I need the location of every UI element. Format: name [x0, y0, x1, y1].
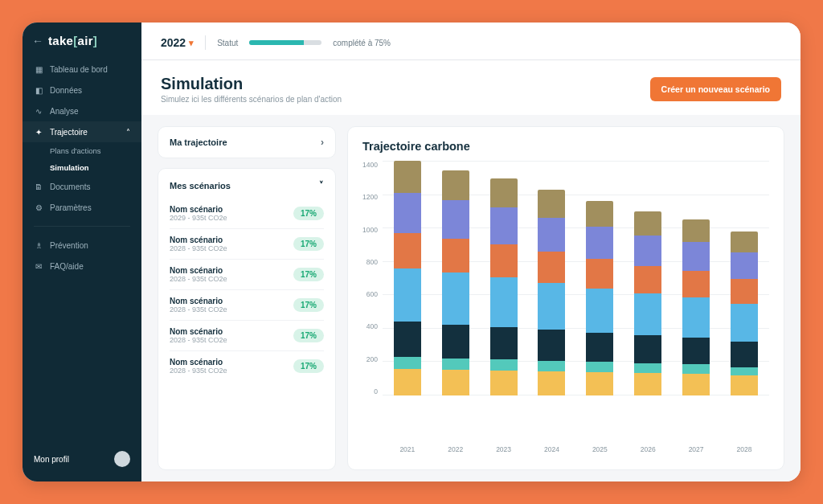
trajectoire-card[interactable]: Ma trajectoire ›: [158, 126, 336, 158]
chevron-down-icon: ▾: [189, 38, 194, 48]
page-subtitle: Simulez ici les différents scénarios de …: [161, 95, 342, 104]
scenarios-card: Mes scénarios ˅ Nom scénario2029 - 935t …: [158, 168, 336, 470]
bar: [586, 201, 613, 395]
scenario-row[interactable]: Nom scénario2028 - 935t CO2e17%: [170, 350, 324, 381]
scenario-sub: 2028 - 935t CO2e: [170, 336, 227, 344]
scenario-row[interactable]: Nom scénario2028 - 935t CO2e17%: [170, 259, 324, 289]
help-icon: ✉: [34, 261, 43, 271]
divider: [34, 226, 130, 227]
scenario-sub: 2028 - 935t CO2e: [170, 275, 227, 283]
scenario-name: Nom scénario: [170, 297, 227, 305]
scenario-row[interactable]: Nom scénario2028 - 935t CO2e17%: [170, 320, 324, 350]
bar: [682, 219, 710, 395]
back-icon[interactable]: ←: [32, 35, 43, 47]
scenario-sub: 2029 - 935t CO2e: [170, 214, 227, 222]
profile-link[interactable]: Mon profil: [23, 445, 141, 473]
subnav-simulation[interactable]: Simulation: [50, 159, 141, 176]
scenario-badge: 17%: [293, 268, 324, 281]
scenario-sub: 2028 - 935t CO2e: [170, 367, 227, 375]
chart: 1400120010008006004002000 20212022202320…: [362, 161, 769, 457]
chart-title: Trajectoire carbone: [362, 140, 769, 153]
scenario-name: Nom scénario: [170, 327, 227, 336]
scenario-row[interactable]: Nom scénario2028 - 935t CO2e17%: [170, 289, 324, 320]
page-title: Simulation: [161, 75, 342, 93]
chevron-up-icon: ˄: [126, 128, 130, 137]
sidebar: ← take[air] ▦Tableau de bord ◧Données ∿A…: [23, 23, 141, 481]
separator: [205, 35, 206, 50]
bar: [442, 170, 469, 395]
shield-icon: ♗: [34, 240, 43, 250]
scenario-badge: 17%: [293, 298, 324, 312]
scenario-sub: 2028 - 935t CO2e: [170, 305, 227, 313]
statut-label: Statut: [217, 39, 238, 47]
scenario-badge: 17%: [293, 237, 324, 251]
scenario-badge: 17%: [293, 329, 324, 342]
logo[interactable]: ← take[air]: [23, 34, 141, 59]
panel-left: Ma trajectoire › Mes scénarios ˅ Nom scé…: [158, 126, 336, 470]
bar: [731, 232, 758, 395]
sidebar-item-donnees[interactable]: ◧Données: [23, 80, 141, 100]
scenario-name: Nom scénario: [170, 266, 227, 275]
nav-primary-2: 🗎Documents ⚙Paramètres: [23, 176, 141, 218]
data-icon: ◧: [34, 85, 43, 95]
sidebar-item-dashboard[interactable]: ▦Tableau de bord: [23, 59, 141, 80]
bar: [394, 161, 421, 395]
sidebar-item-analyse[interactable]: ∿Analyse: [23, 100, 141, 121]
nav-secondary: ♗Prévention ✉FAQ/aide: [23, 235, 141, 277]
trajectoire-label: Ma trajectoire: [170, 137, 227, 147]
scenario-name: Nom scénario: [170, 236, 227, 244]
content: Ma trajectoire › Mes scénarios ˅ Nom scé…: [141, 115, 800, 481]
sidebar-item-trajectoire[interactable]: ✦Trajectoire˄: [23, 121, 141, 142]
bar: [538, 190, 565, 395]
progress-bar: [249, 40, 321, 45]
nav-primary: ▦Tableau de bord ◧Données ∿Analyse ✦Traj…: [23, 59, 141, 142]
scenario-name: Nom scénario: [170, 205, 227, 214]
chart-panel: Trajectoire carbone 14001200100080060040…: [347, 126, 784, 470]
scenario-row[interactable]: Nom scénario2029 - 935t CO2e17%: [170, 199, 324, 228]
app-shell: ← take[air] ▦Tableau de bord ◧Données ∿A…: [23, 23, 800, 481]
bar: [490, 178, 518, 395]
y-axis: 1400120010008006004002000: [362, 161, 383, 410]
rocket-icon: ✦: [34, 127, 43, 137]
new-scenario-button[interactable]: Créer un nouveau scénario: [650, 77, 781, 101]
analyse-icon: ∿: [34, 106, 43, 116]
chevron-right-icon: ›: [321, 137, 324, 148]
scenario-row[interactable]: Nom scénario2028 - 935t CO2e17%: [170, 228, 324, 259]
document-icon: 🗎: [34, 182, 43, 191]
avatar: [114, 451, 130, 467]
scenario-badge: 17%: [293, 359, 324, 373]
scenario-sub: 2028 - 935t CO2e: [170, 244, 227, 252]
bars-area: 20212022202320242025202620272028: [383, 161, 769, 457]
bar: [634, 211, 661, 395]
hero: Simulation Simulez ici les différents sc…: [141, 60, 800, 115]
main: 2022 ▾ Statut complété à 75% Simulation …: [141, 23, 800, 481]
subnav-plans[interactable]: Plans d'actions: [50, 142, 141, 159]
chevron-down-icon: ˅: [319, 180, 324, 191]
x-axis: 20212022202320242025202620272028: [383, 442, 769, 457]
progress-text: complété à 75%: [333, 39, 391, 47]
topbar: 2022 ▾ Statut complété à 75%: [141, 23, 800, 60]
dashboard-icon: ▦: [34, 64, 43, 74]
logo-text: take[air]: [48, 34, 97, 47]
scenario-badge: 17%: [293, 207, 324, 220]
sidebar-item-faq[interactable]: ✉FAQ/aide: [23, 256, 141, 277]
sidebar-item-prevention[interactable]: ♗Prévention: [23, 235, 141, 256]
subnav: Plans d'actions Simulation: [23, 142, 141, 176]
settings-icon: ⚙: [34, 203, 43, 212]
scenarios-toggle[interactable]: Mes scénarios ˅: [170, 178, 324, 199]
year-selector[interactable]: 2022 ▾: [161, 36, 194, 49]
sidebar-item-parametres[interactable]: ⚙Paramètres: [23, 197, 141, 218]
sidebar-item-documents[interactable]: 🗎Documents: [23, 176, 141, 197]
scenario-name: Nom scénario: [170, 358, 227, 367]
